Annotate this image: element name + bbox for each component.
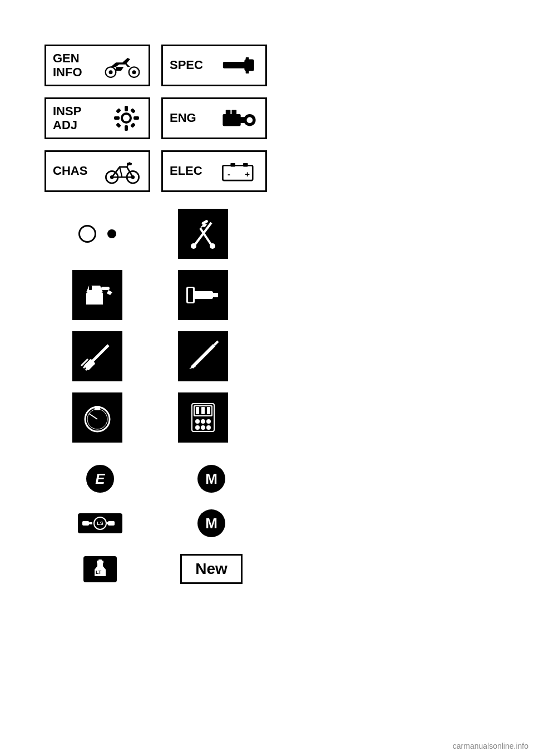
svg-rect-10 [125,125,128,131]
svg-rect-19 [226,110,231,116]
engine-oil-symbol: E [44,465,156,493]
svg-rect-17 [222,114,240,126]
svg-rect-41 [83,305,106,307]
oil-can-cell [44,270,150,320]
ls-connector-icon: LS [78,513,122,533]
svg-rect-57 [95,406,100,410]
svg-rect-6 [246,57,249,73]
pressure-gauge-icon [72,392,122,443]
svg-text:LT: LT [96,570,102,575]
svg-text:-: - [228,169,230,178]
wirebrush-cell [44,331,150,381]
molybdenum-icon: M [197,509,225,537]
multimeter-icon [178,392,228,443]
motor-oil-label: M [205,470,217,488]
dot-icon [107,229,116,238]
svg-rect-43 [211,293,218,297]
molybdenum-symbol: M [156,509,267,537]
svg-rect-14 [130,122,136,128]
gen-info-icon [87,52,142,80]
tool-icons-grid [0,192,312,443]
svg-rect-71 [89,522,92,524]
svg-rect-9 [125,106,128,111]
loctite-symbol: LT [44,556,156,582]
ls-connector-symbol: LS [44,513,156,533]
chas-label: CHAS [53,164,87,178]
svg-point-36 [210,243,215,249]
svg-point-35 [191,243,196,249]
chas-icon [92,158,142,185]
eng-icon [201,105,259,132]
svg-rect-11 [114,116,120,120]
svg-point-8 [123,115,130,121]
circle-open-icon [78,225,96,243]
category-grid: GENINFO SPEC [0,0,312,192]
svg-point-2 [109,70,113,74]
spec-icon [207,53,259,78]
multimeter-cell [150,392,256,443]
svg-line-51 [192,345,214,367]
engine-oil-label: E [95,470,105,488]
svg-rect-4 [223,62,246,68]
molybdenum-label: M [205,515,217,532]
spec-box: SPEC [161,45,267,86]
svg-rect-13 [116,108,121,114]
svg-point-69 [206,425,211,430]
svg-rect-27 [127,163,132,165]
svg-point-67 [195,425,200,430]
tighten-symbol-cell [44,209,150,259]
svg-rect-70 [82,521,89,526]
legend-section: E M LS [0,443,312,584]
insp-adj-icon [86,103,142,134]
svg-text:+: + [245,169,250,178]
svg-point-68 [201,425,205,430]
svg-rect-63 [207,407,210,414]
drift-punch-cell [150,331,256,381]
new-part-label: New [195,560,228,578]
svg-rect-29 [230,163,235,166]
impact-driver-icon [178,270,228,320]
impact-driver-cell [150,270,256,320]
eng-box: ENG [161,97,267,139]
new-part-symbol: New [156,554,267,584]
elec-icon: - + [207,158,259,185]
svg-point-3 [132,70,136,74]
watermark: carmanualsonline.info [453,742,528,750]
chas-box: CHAS [44,150,150,192]
drift-punch-icon [178,331,228,381]
svg-rect-16 [116,122,121,128]
svg-rect-12 [134,116,139,120]
svg-rect-73 [107,522,110,524]
spec-label: SPEC [170,58,203,72]
wirebrush-icon [72,331,122,381]
insp-adj-label: INSPADJ [53,105,81,131]
engine-oil-icon: E [86,465,114,493]
elec-label: ELEC [170,164,202,178]
eng-label: ENG [170,111,196,125]
svg-rect-45 [188,288,193,302]
svg-rect-40 [89,286,92,290]
loctite-icon: LT [83,556,117,582]
ls-badge: LS [93,517,107,530]
gen-info-box: GENINFO [44,45,150,86]
insp-adj-box: INSPADJ [44,97,150,139]
oil-can-icon [72,270,122,320]
svg-rect-30 [243,163,248,166]
pressure-gauge-cell [44,392,150,443]
new-part-icon: New [180,554,243,584]
svg-rect-75 [98,559,102,562]
svg-rect-39 [101,287,110,290]
svg-rect-20 [232,110,237,116]
elec-box: ELEC - + [161,150,267,192]
svg-rect-15 [130,108,136,114]
svg-rect-38 [86,292,103,306]
svg-point-64 [195,419,200,424]
snap-ring-pliers-icon [178,209,228,259]
svg-rect-62 [201,407,205,414]
motor-oil-icon: M [197,465,225,493]
snap-ring-pliers-cell [150,209,256,259]
gen-info-label: GENINFO [53,52,82,78]
svg-line-53 [214,341,218,345]
svg-point-65 [201,419,205,424]
motor-oil-symbol: M [156,465,267,493]
